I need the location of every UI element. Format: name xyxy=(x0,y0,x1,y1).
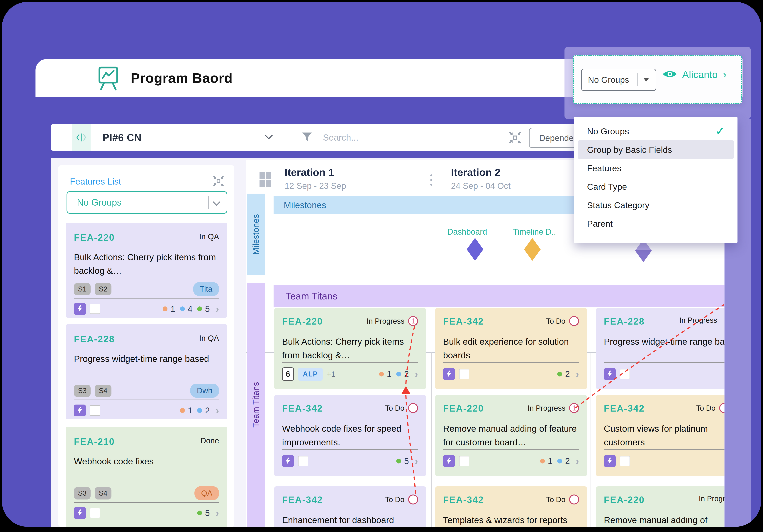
team-row-header[interactable]: Team Titans xyxy=(273,285,724,307)
card-title[interactable]: Progress widget-time range based xyxy=(65,344,227,366)
chevron-right-icon[interactable]: › xyxy=(216,507,219,519)
sprint-tag[interactable]: S2 xyxy=(95,283,111,295)
code-toggle-icon[interactable] xyxy=(72,124,91,151)
feature-card[interactable]: FEA-228 In QA Progress widget-time range… xyxy=(65,324,227,419)
dependency-badge[interactable] xyxy=(569,494,579,504)
card-id[interactable]: FEA-342 xyxy=(443,316,484,327)
card-title[interactable]: Enhancement for dashboard xyxy=(274,505,426,527)
card-title[interactable]: Custom views for platinum customers xyxy=(596,414,724,449)
automation-bolt-icon[interactable] xyxy=(74,404,86,416)
card-id[interactable]: FEA-210 xyxy=(74,436,115,447)
card-title[interactable]: Webhook code fixes for speed improvement… xyxy=(274,414,426,449)
milestone-label[interactable]: Dashboard xyxy=(447,227,487,236)
automation-bolt-icon[interactable] xyxy=(604,368,616,380)
menu-item-features[interactable]: Features xyxy=(574,159,737,177)
feature-card[interactable]: FEA-210 Done Webhook code fixes S3 S4 QA xyxy=(65,427,227,527)
card-id[interactable]: FEA-342 xyxy=(282,403,323,414)
chevron-right-icon[interactable]: › xyxy=(576,455,579,467)
menu-item-group-by-basic-fields[interactable]: Group by Basic Fields xyxy=(578,140,734,159)
feature-card[interactable]: FEA-342 To Do Bulk edit experience for s… xyxy=(435,308,587,389)
chevron-down-icon[interactable] xyxy=(265,132,272,139)
automation-bolt-icon[interactable] xyxy=(604,455,616,467)
team-pill[interactable]: QA xyxy=(194,486,219,500)
automation-bolt-icon[interactable] xyxy=(443,368,455,380)
card-checkbox[interactable] xyxy=(298,456,308,466)
sprint-tag[interactable]: S1 xyxy=(74,283,91,295)
feature-card[interactable]: FEA-228 In Progress Progress widget-time… xyxy=(596,308,724,389)
automation-bolt-icon[interactable] xyxy=(74,507,86,519)
card-title[interactable]: Bulk Actions: Cherry pick items from bac… xyxy=(65,243,227,278)
card-id[interactable]: FEA-342 xyxy=(282,494,323,505)
dependency-badge[interactable]: 1 xyxy=(569,403,579,413)
feature-card[interactable]: FEA-342 To Do Enhancement for dashboard xyxy=(274,487,426,527)
filter-icon[interactable] xyxy=(301,131,313,143)
card-title[interactable]: Bulk Actions: Cherry pick items from bac… xyxy=(274,327,426,362)
dependency-badge[interactable] xyxy=(408,494,418,504)
milestone-diamond[interactable] xyxy=(524,238,541,261)
menu-item-card-type[interactable]: Card Type xyxy=(574,177,737,196)
milestone-diamond[interactable] xyxy=(467,238,483,261)
card-checkbox[interactable] xyxy=(459,456,469,466)
card-title[interactable]: Remove manual adding of feature for cust… xyxy=(435,414,587,449)
chevron-right-icon[interactable]: › xyxy=(216,303,219,314)
card-checkbox[interactable] xyxy=(620,456,630,466)
grid-view-icon[interactable] xyxy=(258,170,273,189)
card-id[interactable]: FEA-220 xyxy=(604,494,645,505)
group-by-select[interactable]: No Groups xyxy=(581,69,656,91)
team-pill[interactable]: Dwh xyxy=(190,384,219,398)
pi-selector[interactable]: PI#6 CN xyxy=(103,132,142,143)
sidebar-group-select[interactable]: No Groups xyxy=(66,191,227,214)
automation-bolt-icon[interactable] xyxy=(443,455,455,467)
search-input[interactable]: Search... xyxy=(323,133,358,142)
more-count[interactable]: +1 xyxy=(327,370,335,378)
card-title[interactable]: Templates & wizards for reports xyxy=(435,505,587,527)
dependency-badge[interactable]: 1 xyxy=(408,316,418,326)
card-checkbox[interactable] xyxy=(620,369,630,379)
card-id[interactable]: FEA-342 xyxy=(443,494,484,505)
card-title[interactable]: Progress widget-time range based xyxy=(596,327,724,349)
card-checkbox[interactable] xyxy=(90,304,100,314)
sprint-tag[interactable]: S3 xyxy=(74,385,91,397)
automation-bolt-icon[interactable] xyxy=(282,455,294,467)
card-id[interactable]: FEA-342 xyxy=(604,403,645,414)
feature-card[interactable]: FEA-342 To Do Webhook code fixes for spe… xyxy=(274,395,426,476)
sprint-tag[interactable]: S4 xyxy=(95,487,111,499)
card-id[interactable]: FEA-220 xyxy=(443,403,484,414)
automation-bolt-icon[interactable] xyxy=(74,303,86,315)
card-id[interactable]: FEA-220 xyxy=(282,316,323,327)
collapse-icon[interactable] xyxy=(212,174,225,189)
feature-card[interactable]: FEA-220 In QA Bulk Actions: Cherry pick … xyxy=(65,222,227,318)
card-checkbox[interactable] xyxy=(90,405,100,416)
feature-card[interactable]: FEA-220 In Progress 1 Bulk Actions: Cher… xyxy=(274,308,426,389)
feature-card[interactable]: FEA-342 To Do Custom views for platinum … xyxy=(596,395,724,476)
chevron-right-icon[interactable]: › xyxy=(576,368,579,380)
board-link[interactable]: Alicanto › xyxy=(663,68,726,81)
iteration-header[interactable]: Iteration 2 24 Sep - 04 Oct xyxy=(451,166,510,191)
iteration-header[interactable]: Iteration 1 12 Sep - 23 Sep xyxy=(285,166,346,191)
team-pill[interactable]: Tita xyxy=(193,282,219,296)
card-checkbox[interactable] xyxy=(90,508,100,518)
feature-card[interactable]: FEA-342 To Do Templates & wizards for re… xyxy=(435,487,587,527)
menu-item-parent[interactable]: Parent xyxy=(574,214,737,233)
card-checkbox[interactable] xyxy=(459,369,469,379)
menu-item-no-groups[interactable]: No Groups ✓ xyxy=(574,122,737,140)
card-title[interactable]: Bulk edit experience for solution boards xyxy=(435,327,587,362)
feature-card[interactable]: FEA-220 In Progress 1 Remove manual addi… xyxy=(435,395,587,476)
menu-item-status-category[interactable]: Status Category xyxy=(574,196,737,214)
card-id[interactable]: FEA-220 xyxy=(74,232,115,243)
label-pill[interactable]: ALP xyxy=(298,368,323,381)
card-title[interactable]: Webhook code fixes xyxy=(65,447,227,468)
chevron-right-icon[interactable]: › xyxy=(415,368,418,380)
milestone-label[interactable]: Timeline D.. xyxy=(513,227,556,236)
dependency-badge[interactable] xyxy=(569,316,579,326)
chevron-right-icon[interactable]: › xyxy=(216,405,219,416)
chevron-right-icon[interactable]: › xyxy=(415,455,418,467)
dependency-badge[interactable] xyxy=(408,403,418,413)
collapse-icon[interactable] xyxy=(507,130,523,146)
feature-card[interactable]: FEA-220 In Progress Remove manual adding… xyxy=(596,487,724,527)
sprint-tag[interactable]: S4 xyxy=(95,385,111,397)
kebab-menu-icon[interactable] xyxy=(430,172,432,188)
sprint-tag[interactable]: S3 xyxy=(74,487,91,499)
card-title[interactable]: Remove manual adding of xyxy=(596,505,724,527)
card-id[interactable]: FEA-228 xyxy=(74,334,115,344)
